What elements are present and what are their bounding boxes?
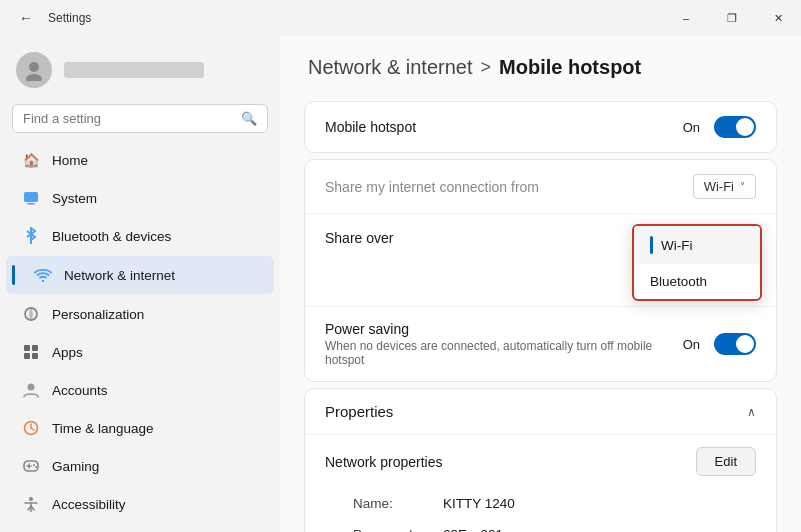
sidebar-item-apps[interactable]: Apps xyxy=(6,334,274,370)
sidebar-item-label: Accessibility xyxy=(52,497,126,512)
sidebar-item-label: Network & internet xyxy=(64,268,175,283)
app-title: Settings xyxy=(48,11,91,25)
svg-rect-8 xyxy=(32,345,38,351)
sidebar-item-bluetooth[interactable]: Bluetooth & devices xyxy=(6,218,274,254)
bluetooth-icon xyxy=(22,227,40,245)
power-saving-label: Power saving xyxy=(325,321,683,337)
power-saving-toggle-group: On xyxy=(683,333,756,355)
sidebar-item-accessibility[interactable]: Accessibility xyxy=(6,486,274,522)
sidebar-item-label: System xyxy=(52,191,97,206)
chevron-down-icon: ˅ xyxy=(740,181,745,192)
user-section xyxy=(0,36,280,100)
share-over-wifi-option[interactable]: Wi-Fi xyxy=(634,226,760,264)
system-icon xyxy=(22,189,40,207)
sidebar-item-system[interactable]: System xyxy=(6,180,274,216)
back-button[interactable]: ← xyxy=(12,4,40,32)
mobile-hotspot-status: On xyxy=(683,120,700,135)
sidebar-item-accounts[interactable]: Accounts xyxy=(6,372,274,408)
bluetooth-option-label: Bluetooth xyxy=(650,274,707,289)
properties-header[interactable]: Properties ∧ xyxy=(305,389,776,434)
properties-label: Properties xyxy=(325,403,393,420)
mobile-hotspot-row: Mobile hotspot On xyxy=(305,102,776,152)
search-input[interactable] xyxy=(23,111,233,126)
user-name xyxy=(64,62,204,78)
share-from-value: Wi-Fi xyxy=(704,179,734,194)
svg-point-20 xyxy=(29,497,33,501)
sidebar-item-label: Accounts xyxy=(52,383,108,398)
mobile-hotspot-toggle-group: On xyxy=(683,116,756,138)
mobile-hotspot-toggle[interactable] xyxy=(714,116,756,138)
selected-indicator xyxy=(650,236,653,254)
sidebar: 🔍 🏠 Home System Bluetooth & devices Netw… xyxy=(0,36,280,532)
chevron-up-icon: ∧ xyxy=(747,405,756,419)
share-over-label: Share over xyxy=(325,230,393,246)
share-from-dropdown[interactable]: Wi-Fi ˅ xyxy=(693,174,756,199)
main-content: Network & internet > Mobile hotspot Mobi… xyxy=(280,36,801,532)
restore-button[interactable]: ❐ xyxy=(709,0,755,36)
personalization-icon xyxy=(22,305,40,323)
avatar xyxy=(16,52,52,88)
power-saving-toggle[interactable] xyxy=(714,333,756,355)
share-from-label: Share my internet connection from xyxy=(325,179,539,195)
breadcrumb-current: Mobile hotspot xyxy=(499,56,641,79)
time-icon xyxy=(22,419,40,437)
sidebar-item-label: Time & language xyxy=(52,421,154,436)
power-saving-sublabel: When no devices are connected, automatic… xyxy=(325,339,683,367)
accounts-icon xyxy=(22,381,40,399)
svg-point-0 xyxy=(29,62,39,72)
prop-name-row: Name: KITTY 1240 xyxy=(325,488,756,519)
search-box[interactable]: 🔍 xyxy=(12,104,268,133)
breadcrumb-parent[interactable]: Network & internet xyxy=(308,56,473,79)
sidebar-item-network[interactable]: Network & internet xyxy=(6,256,274,294)
share-over-dropdown-popup: Wi-Fi Bluetooth xyxy=(632,224,762,301)
network-icon xyxy=(34,266,52,284)
breadcrumb-separator: > xyxy=(481,57,492,78)
accessibility-icon xyxy=(22,495,40,513)
svg-point-11 xyxy=(28,384,35,391)
sidebar-item-label: Personalization xyxy=(52,307,144,322)
sidebar-item-time[interactable]: Time & language xyxy=(6,410,274,446)
svg-rect-10 xyxy=(32,353,38,359)
mobile-hotspot-card: Mobile hotspot On xyxy=(304,101,777,153)
home-icon: 🏠 xyxy=(22,151,40,169)
properties-card: Properties ∧ Network properties Edit Nam… xyxy=(304,388,777,532)
share-from-row: Share my internet connection from Wi-Fi … xyxy=(305,160,776,214)
password-value: 63E:w901 xyxy=(443,527,503,532)
power-saving-status: On xyxy=(683,337,700,352)
close-button[interactable]: ✕ xyxy=(755,0,801,36)
prop-password-row: Password: 63E:w901 xyxy=(325,519,756,532)
svg-point-1 xyxy=(26,74,42,81)
svg-point-5 xyxy=(42,280,44,282)
sidebar-item-label: Home xyxy=(52,153,88,168)
edit-button[interactable]: Edit xyxy=(696,447,756,476)
share-over-bluetooth-option[interactable]: Bluetooth xyxy=(634,264,760,299)
svg-point-18 xyxy=(33,464,35,466)
name-label: Name: xyxy=(353,496,443,511)
svg-rect-2 xyxy=(24,192,38,202)
network-properties-label: Network properties xyxy=(325,454,443,470)
minimize-button[interactable]: – xyxy=(663,0,709,36)
sidebar-item-gaming[interactable]: Gaming xyxy=(6,448,274,484)
password-label: Password: xyxy=(353,527,443,532)
active-indicator xyxy=(12,265,15,285)
wifi-option-label: Wi-Fi xyxy=(661,238,692,253)
apps-icon xyxy=(22,343,40,361)
app-container: 🔍 🏠 Home System Bluetooth & devices Netw… xyxy=(0,36,801,532)
titlebar: ← Settings – ❐ ✕ xyxy=(0,0,801,36)
mobile-hotspot-label: Mobile hotspot xyxy=(325,119,416,135)
window-controls: – ❐ ✕ xyxy=(663,0,801,36)
page-header: Network & internet > Mobile hotspot xyxy=(280,36,801,95)
network-properties-row: Network properties Edit xyxy=(325,435,756,488)
svg-rect-7 xyxy=(24,345,30,351)
svg-point-19 xyxy=(35,466,37,468)
sidebar-item-label: Gaming xyxy=(52,459,99,474)
power-saving-row: Power saving When no devices are connect… xyxy=(305,307,776,381)
sidebar-item-label: Bluetooth & devices xyxy=(52,229,171,244)
svg-rect-3 xyxy=(27,203,35,205)
sidebar-item-label: Apps xyxy=(52,345,83,360)
svg-rect-9 xyxy=(24,353,30,359)
sidebar-item-personalization[interactable]: Personalization xyxy=(6,296,274,332)
name-value: KITTY 1240 xyxy=(443,496,515,511)
gaming-icon xyxy=(22,457,40,475)
sidebar-item-home[interactable]: 🏠 Home xyxy=(6,142,274,178)
